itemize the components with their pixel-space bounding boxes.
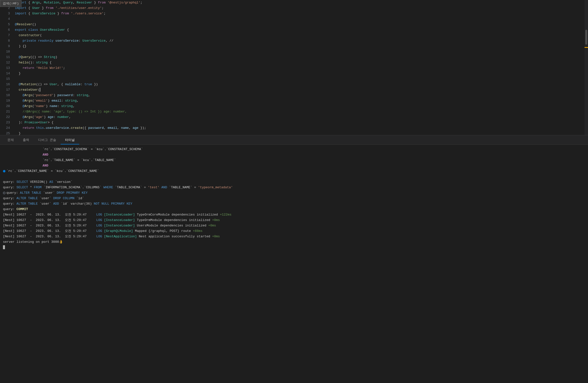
code-line: import { Args, Mutation, Query, Resolver… <box>15 0 585 5</box>
token-punct <box>106 1 108 4</box>
token-punct: ): <box>15 121 24 124</box>
code-line <box>15 76 585 82</box>
token-type: Mutation <box>44 1 59 4</box>
code-line: private readonly usersService: UsersServ… <box>15 38 585 44</box>
editor-scrollbar[interactable] <box>585 0 588 135</box>
code-line: import { UsersService } from './users.se… <box>15 11 585 16</box>
token-type: string <box>65 99 77 103</box>
code-line: createUser( <box>15 87 585 93</box>
line-number: 11 <box>0 55 10 60</box>
token-param: age <box>133 126 138 130</box>
token-punct: : <box>61 99 65 103</box>
line-number: 16 <box>0 82 10 87</box>
code-line: hello(): string { <box>15 60 585 65</box>
terminal-content[interactable]: `rc`.`CONSTRAINT_SCHEMA` = `kcu`.`CONSTR… <box>0 145 588 383</box>
line-number: 10 <box>0 49 10 55</box>
scrollbar-thumb[interactable] <box>585 30 587 45</box>
token-punct: (): <box>28 61 36 64</box>
code-line: } <box>15 71 585 76</box>
token-punct: ) {} <box>15 44 26 48</box>
line-number: 21 <box>0 109 10 114</box>
code-line: @Args('age') age: number, <box>15 114 585 120</box>
token-punct: { <box>26 12 32 15</box>
terminal-line: [Nest] 10627 - 2023. 06. 13. 오전 5:29:47 … <box>3 212 585 218</box>
token-str: 'age' <box>34 115 44 119</box>
token-punct: , <box>104 126 108 130</box>
scrollbar-mark <box>585 47 588 48</box>
terminal-line <box>3 245 585 250</box>
token-punct: , <box>40 1 44 4</box>
token-punct <box>15 66 23 70</box>
line-numbers: 1234567891011121314151617181920212223242… <box>0 0 13 135</box>
code-content[interactable]: import { Args, Mutation, Query, Resolver… <box>13 0 585 135</box>
token-comment: //@Args({ name: 'age', type: () => Int }… <box>15 110 127 113</box>
token-type: string <box>36 61 48 64</box>
terminal-line: server listening on port 3000👌 <box>3 239 585 245</box>
line-number: 7 <box>0 33 10 38</box>
token-punct <box>34 126 36 130</box>
token-param: name <box>49 104 57 108</box>
token-dec: @ <box>15 23 17 26</box>
token-type: UsersService <box>82 39 106 43</box>
code-line: //@Args({ name: 'age', type: () => Int }… <box>15 109 585 114</box>
token-punct: ({ <box>82 126 88 130</box>
line-number: 17 <box>0 87 10 93</box>
token-punct: { <box>26 1 32 4</box>
token-param: password <box>88 126 104 130</box>
token-punct <box>15 88 19 92</box>
token-punct: () <box>32 23 36 26</box>
token-punct: ; <box>140 1 142 4</box>
token-fn: constructor <box>19 33 40 37</box>
tab-터미널[interactable]: 터미널 <box>61 136 79 144</box>
tab-문제[interactable]: 문제 <box>3 136 18 144</box>
code-line: return this.usersService.create({ passwo… <box>15 125 585 131</box>
token-kw2: from <box>61 12 69 15</box>
token-punct: ) <box>48 99 52 103</box>
token-punct <box>53 6 55 10</box>
line-number: 23 <box>0 120 10 125</box>
token-bool: true <box>84 82 92 86</box>
token-param: email <box>108 126 117 130</box>
line-number: 22 <box>0 114 10 120</box>
token-punct: ) <box>53 93 57 97</box>
line-number: 25 <box>0 131 10 135</box>
code-line <box>15 49 585 55</box>
token-punct <box>15 99 23 103</box>
token-punct: ( <box>32 115 34 119</box>
line-number: 8 <box>0 38 10 44</box>
code-line: import { User } from './entities/user.en… <box>15 5 585 11</box>
token-dec-name: Args <box>24 99 32 103</box>
token-this-kw: this <box>36 126 44 130</box>
code-line: constructor( <box>15 33 585 38</box>
tab-출력[interactable]: 출력 <box>18 136 34 144</box>
token-fn: hello <box>19 61 28 64</box>
line-number: 24 <box>0 125 10 131</box>
token-kw: import <box>15 12 26 15</box>
token-str: '@nestjs/graphql' <box>108 1 141 4</box>
code-line: ): Promise<User> { <box>15 120 585 125</box>
token-kw: readonly <box>38 39 53 43</box>
token-punct: , <box>73 1 77 4</box>
token-punct: , <box>77 99 79 103</box>
search-tooltip: 검색(⇧⌘F) <box>0 0 22 7</box>
token-punct: , <box>129 126 133 130</box>
token-punct: } <box>15 72 21 75</box>
token-kw2: return <box>23 66 34 70</box>
token-type: String <box>44 55 55 59</box>
terminal-line: `rc`.`TABLE_NAME` = `kcu`.`TABLE_NAME` <box>3 158 585 163</box>
token-punct <box>15 33 19 37</box>
token-dec-name: Args <box>24 115 32 119</box>
token-punct <box>15 126 23 130</box>
tab-디버그 콘솔[interactable]: 디버그 콘솔 <box>34 136 61 144</box>
token-cls: UsersResolver <box>40 28 65 32</box>
token-punct <box>36 39 38 43</box>
token-punct <box>26 28 28 32</box>
token-type: string <box>61 104 73 108</box>
code-line: } <box>15 131 585 135</box>
token-punct: ( <box>40 33 42 37</box>
token-type: User <box>32 6 40 10</box>
terminal-line: query: ALTER TABLE `user` ADD `id` varch… <box>3 201 585 207</box>
token-type: Promise <box>24 121 38 124</box>
code-line: @Resolver() <box>15 22 585 27</box>
terminal-line: query: ALTER TABLE `user` DROP COLUMN `i… <box>3 196 585 201</box>
